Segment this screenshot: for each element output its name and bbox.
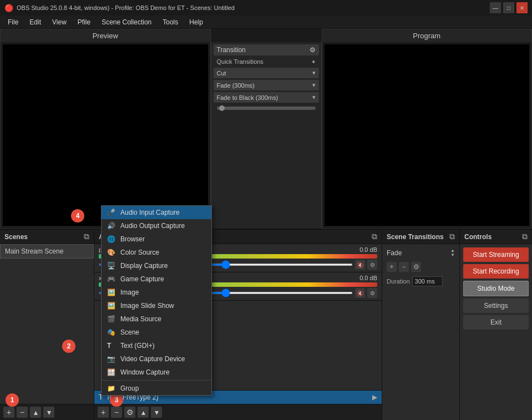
menu-edit[interactable]: Edit (24, 17, 47, 27)
ctx-color-source[interactable]: 🎨 Color Source (102, 246, 211, 259)
ctx-scene[interactable]: 🎭 Scene (102, 326, 211, 339)
badge-4: 4 (71, 209, 84, 222)
studio-mode-button[interactable]: Studio Mode (463, 281, 529, 296)
add-quick-transition-button[interactable]: + (312, 58, 315, 65)
video-capture-icon: 📷 (107, 355, 116, 363)
ctx-scene-label: Scene (120, 328, 139, 336)
ctx-color-source-label: Color Source (120, 249, 159, 256)
game-capture-icon: 🎮 (107, 275, 116, 283)
transition-settings-button[interactable]: ⚙ (411, 262, 421, 272)
ctx-window-capture[interactable]: 🪟 Window Capture (102, 366, 211, 379)
transition-panel: Transition ⚙ Quick Transitions + Cut ▾ F… (211, 42, 322, 229)
transition-gear-icon[interactable]: ⚙ (310, 46, 316, 54)
ctx-display-capture[interactable]: 🖥️ Display Capture (102, 259, 211, 272)
window-controls: — □ ✕ (490, 2, 528, 13)
ctx-game-capture[interactable]: 🎮 Game Capture (102, 272, 211, 286)
controls-panel-header: Controls ⧉ (460, 230, 532, 244)
ctx-media-source-label: Media Source (120, 315, 161, 323)
start-recording-button[interactable]: Start Recording (463, 264, 529, 279)
scene-up-button[interactable]: ▴ (30, 407, 41, 418)
scene-transitions-content: Fade ▲ ▼ + − ⚙ Duration 300 ms (382, 244, 459, 420)
remove-transition-button[interactable]: − (399, 262, 409, 272)
settings-button[interactable]: Settings (463, 298, 529, 313)
transition-fade-black[interactable]: Fade to Black (300ms) ▾ (214, 92, 319, 103)
ctx-image-label: Image (120, 289, 139, 296)
transition-cut[interactable]: Cut ▾ (214, 68, 319, 78)
scenes-panel: Scenes ⧉ Main Stream Scene + − ▴ ▾ (0, 230, 94, 420)
ctx-audio-input-capture[interactable]: 🎤 Audio Input Capture (102, 206, 211, 219)
minimize-button[interactable]: — (490, 2, 501, 13)
scene-transitions-title: Scene Transitions (387, 233, 444, 241)
audio-settings-1-button[interactable]: ⚙ (367, 260, 377, 270)
program-screen (325, 44, 530, 226)
menubar: File Edit View Pfile Scene Collection To… (0, 16, 532, 29)
transition-fade[interactable]: Fade (300ms) ▾ (214, 80, 319, 90)
menu-file[interactable]: File (2, 17, 24, 27)
app-icon: 🔴 (4, 4, 13, 12)
ctx-group-label: Group (120, 384, 139, 392)
menu-help[interactable]: Help (184, 17, 209, 27)
ctx-image-slideshow[interactable]: 🖼️ Image Slide Show (102, 299, 211, 312)
audio-mute-1-button[interactable]: 🔇 (355, 260, 365, 270)
source-settings-button[interactable]: ⚙ (124, 407, 135, 418)
audio-ch-1-db: 0.0 dB (359, 246, 377, 253)
ctx-group[interactable]: 📁 Group (102, 382, 211, 395)
scene-transition-fade-row: Fade ▲ ▼ (387, 249, 455, 257)
scenes-panel-header: Scenes ⧉ (0, 230, 94, 244)
exit-button[interactable]: Exit (463, 315, 529, 330)
close-button[interactable]: ✕ (516, 2, 528, 13)
menu-pfile[interactable]: Pfile (72, 17, 96, 27)
transition-header: Transition ⚙ (214, 44, 319, 55)
ctx-audio-output-capture[interactable]: 🔊 Audio Output Capture (102, 219, 211, 232)
start-streaming-button[interactable]: Start Streaming (463, 247, 529, 262)
audio-mute-2-button[interactable]: 🔇 (355, 288, 365, 298)
scene-transitions-icon[interactable]: ⧉ (449, 232, 455, 241)
audio-settings-2-button[interactable]: ⚙ (367, 288, 377, 298)
transition-fade-black-label: Fade to Black (300ms) (217, 94, 278, 101)
titlebar: 🔴 OBS Studio 25.0.8 4-bit, windows) - Pr… (0, 0, 532, 16)
main-area: Preview Transition ⚙ Quick Transitions +… (0, 29, 532, 420)
maximize-button[interactable]: □ (503, 2, 514, 13)
add-source-button[interactable]: + (98, 407, 109, 418)
browser-icon: 🌐 (107, 235, 116, 243)
ctx-image[interactable]: 🖼️ Image (102, 286, 211, 299)
audio-mixer-icon[interactable]: ⧉ (372, 232, 377, 241)
scene-transitions-header: Scene Transitions ⧉ (382, 230, 459, 244)
chevron-down-icon: ▾ (312, 94, 316, 101)
remove-scene-button[interactable]: − (17, 407, 28, 418)
menu-scene-collection[interactable]: Scene Collection (96, 17, 157, 27)
remove-source-button[interactable]: − (111, 407, 122, 418)
controls-panel-title: Controls (464, 233, 492, 241)
fade-arrows[interactable]: ▲ ▼ (450, 249, 455, 257)
ctx-audio-output-label: Audio Output Capture (120, 222, 185, 230)
scene-name: Main Stream Scene (5, 247, 63, 255)
controls-icon[interactable]: ⧉ (522, 232, 528, 241)
ctx-media-source[interactable]: 🎬 Media Source (102, 312, 211, 326)
ctx-separator (102, 380, 211, 381)
ctx-text-gdi[interactable]: T Text (GDI+) (102, 339, 211, 352)
add-transition-button[interactable]: + (387, 262, 397, 272)
badge-2: 2 (62, 340, 75, 353)
scene-item-main[interactable]: Main Stream Scene (0, 244, 94, 259)
transition-cut-label: Cut (217, 70, 226, 77)
scene-icon: 🎭 (107, 328, 116, 336)
chevron-down-icon: ▾ (312, 69, 316, 77)
color-source-icon: 🎨 (107, 249, 116, 256)
ctx-display-capture-label: Display Capture (120, 262, 168, 270)
media-source-icon: 🎬 (107, 315, 116, 323)
menu-tools[interactable]: Tools (157, 17, 184, 27)
add-scene-button[interactable]: + (3, 407, 14, 418)
transition-slider[interactable] (217, 107, 316, 110)
source-down-button[interactable]: ▾ (151, 407, 162, 418)
scenes-list: Main Stream Scene (0, 244, 94, 404)
source-up-button[interactable]: ▴ (138, 407, 149, 418)
fade-label: Fade (387, 249, 402, 257)
ctx-browser-label: Browser (120, 235, 145, 243)
scene-down-button[interactable]: ▾ (43, 407, 54, 418)
menu-view[interactable]: View (47, 17, 72, 27)
speaker-icon: 🔊 (107, 222, 116, 230)
ctx-video-capture[interactable]: 📷 Video Capture Device (102, 352, 211, 366)
ctx-browser[interactable]: 🌐 Browser (102, 232, 211, 246)
scenes-panel-icon[interactable]: ⧉ (84, 232, 89, 241)
scenes-panel-title: Scenes (4, 233, 28, 241)
